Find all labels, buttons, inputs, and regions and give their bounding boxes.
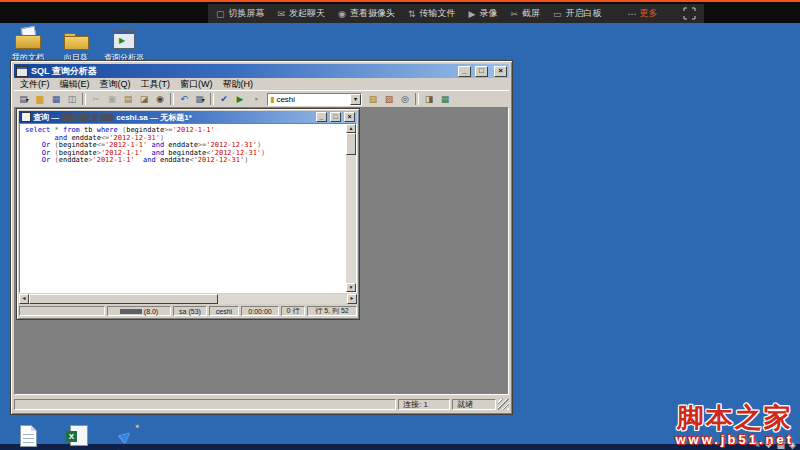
menu-bar: 文件(F) 编辑(E) 查询(Q) 工具(T) 窗口(W) 帮助(H): [14, 78, 509, 90]
query-maximize-button[interactable]: □: [330, 112, 341, 122]
toolbar-button-icon[interactable]: ▧: [365, 92, 381, 106]
database-combobox[interactable]: ▮ ceshi ▾: [267, 93, 362, 106]
menu-item[interactable]: 工具(T): [136, 78, 176, 91]
remote-toolbar-button[interactable]: ✂ 截屏: [510, 7, 540, 20]
desktop-icon[interactable]: 查询分析器: [102, 27, 146, 62]
toolbar-button-icon[interactable]: ▆: [32, 92, 48, 106]
scroll-up-icon[interactable]: ▲: [346, 124, 356, 133]
menu-item[interactable]: 编辑(E): [55, 78, 95, 91]
vertical-scrollbar[interactable]: ▲ ▼: [346, 124, 356, 292]
toolbar-button-icon[interactable]: ▦▾: [192, 92, 208, 106]
database-combobox-value: ceshi: [276, 95, 350, 104]
toolbar-button-icon[interactable]: ▦: [437, 92, 453, 106]
watermark-title: 脚本之家: [675, 404, 794, 432]
remote-toolbar-label: 开启白板: [565, 7, 601, 20]
scroll-left-icon[interactable]: ◄: [19, 294, 29, 304]
menu-item[interactable]: 查询(Q): [95, 78, 136, 91]
status-segment: 连接: 1: [398, 399, 450, 410]
fullscreen-button[interactable]: [683, 7, 696, 20]
file-transfer-icon: ⇅: [408, 9, 416, 19]
query-window-titlebar[interactable]: 查询 — ceshi.sa — 无标题1* _ □ ×: [19, 111, 357, 123]
query-close-button[interactable]: ×: [344, 112, 355, 122]
desktop-icons-top: 我的文档 向日葵 查询分析器: [6, 27, 146, 62]
query-minimize-button[interactable]: _: [316, 112, 327, 122]
more-button[interactable]: ⋯ 更多: [627, 7, 657, 20]
remote-toolbar-label: 切换屏幕: [229, 7, 265, 20]
camera-icon: ◉: [338, 9, 346, 19]
folder-icon: [61, 27, 91, 51]
status-segment: 0 行: [281, 306, 305, 316]
status-segment: 就绪: [452, 399, 496, 410]
remote-toolbar-label: 传输文件: [419, 7, 455, 20]
remote-toolbar-button[interactable]: ▶ 录像: [468, 7, 497, 20]
remote-toolbar-button[interactable]: ▢ 切换屏幕: [216, 7, 265, 20]
toolbar-button-icon[interactable]: ▦: [48, 92, 64, 106]
menu-item[interactable]: 文件(F): [15, 78, 55, 91]
query-document-icon: [21, 112, 31, 122]
xls-file-icon: [13, 423, 43, 447]
toolbar-button-icon[interactable]: ▤: [120, 92, 136, 106]
toolbar-button-icon[interactable]: ▪: [248, 92, 264, 106]
remote-toolbar-button[interactable]: ◉ 查看摄像头: [338, 7, 395, 20]
status-segment: (8.0): [107, 306, 171, 316]
toolbar-button-icon[interactable]: ◪: [136, 92, 152, 106]
toolbar: ▤▾ ▆ ▦ ◫ ✂ ▣ ▤: [14, 90, 509, 107]
combobox-dropdown-icon[interactable]: ▾: [350, 94, 361, 105]
menu-item[interactable]: 窗口(W): [175, 78, 218, 91]
status-segment: 行 5, 列 52: [307, 306, 357, 316]
remote-toolbar-button[interactable]: ✉ 发起聊天: [278, 7, 326, 20]
toolbar-separator: [82, 93, 86, 105]
my-documents-icon: [13, 27, 43, 51]
desktop-icon[interactable]: 向日葵: [54, 27, 98, 62]
toolbar-button-icon[interactable]: ◎: [397, 92, 413, 106]
remote-toolbar-label: 录像: [479, 7, 497, 20]
remote-toolbar-label: 截屏: [522, 7, 540, 20]
close-button[interactable]: ×: [494, 66, 507, 77]
excel-icon: [63, 423, 93, 447]
maximize-button[interactable]: □: [475, 66, 488, 77]
query-analyzer-icon: [109, 27, 139, 51]
horizontal-scroll-thumb[interactable]: [29, 294, 218, 304]
toolbar-separator: [170, 93, 174, 105]
dropdown-arrow-icon: ▾: [26, 96, 29, 103]
toolbar-button-icon[interactable]: ▤▾: [16, 92, 32, 106]
resize-grip[interactable]: [498, 399, 509, 410]
toolbar-button-icon[interactable]: ◨: [421, 92, 437, 106]
toolbar-button-icon[interactable]: ✔: [216, 92, 232, 106]
mdi-client-area: 查询 — ceshi.sa — 无标题1* _ □ × select * fro…: [14, 107, 509, 395]
query-window-title: 查询 — ceshi.sa — 无标题1*: [33, 112, 313, 123]
query-status-segments: (8.0) sa (53) ceshi: [107, 306, 357, 316]
vertical-scroll-thumb[interactable]: [346, 133, 356, 155]
sql-code[interactable]: select * from tb where (begindate>='2012…: [20, 124, 346, 292]
toolbar-button-icon[interactable]: ↶: [176, 92, 192, 106]
database-icon: ▮: [270, 95, 274, 104]
window-titlebar[interactable]: SQL 查询分析器 _ □ ×: [14, 64, 509, 78]
scroll-right-icon[interactable]: ►: [347, 294, 357, 304]
watermark-url: www.jb51.net: [675, 432, 794, 447]
remote-toolbar-button[interactable]: ⇅ 传输文件: [408, 7, 456, 20]
desktop-icons-bottom: saList2.xls Excel 迅雷7: [6, 423, 150, 450]
minimize-button[interactable]: _: [458, 66, 471, 77]
toolbar-button-icon[interactable]: ▣: [104, 92, 120, 106]
desktop-icon[interactable]: Excel: [56, 423, 100, 450]
desktop-icon[interactable]: 迅雷7: [106, 423, 150, 450]
remote-toolbar-button[interactable]: ▭ 开启白板: [553, 7, 602, 20]
toolbar-button-icon[interactable]: ▨: [381, 92, 397, 106]
menu-item[interactable]: 帮助(H): [218, 78, 259, 91]
toolbar-button-icon[interactable]: ▶: [232, 92, 248, 106]
redacted-server-address: [120, 309, 142, 314]
toolbar-button-icon[interactable]: ◉: [152, 92, 168, 106]
remote-toolbar-panel: ▢ 切换屏幕 ✉ 发起聊天 ◉ 查看摄像头 ⇅ 传输文件: [208, 4, 704, 23]
main-status-segments: 连接: 1 就绪: [398, 399, 496, 410]
ellipsis-icon: ⋯: [627, 9, 636, 19]
toolbar-button-icon[interactable]: ✂: [88, 92, 104, 106]
horizontal-scrollbar[interactable]: ◄ ►: [19, 294, 357, 304]
remote-control-bar: ▢ 切换屏幕 ✉ 发起聊天 ◉ 查看摄像头 ⇅ 传输文件: [0, 0, 800, 23]
desktop-icon[interactable]: saList2.xls: [6, 423, 50, 450]
scroll-down-icon[interactable]: ▼: [346, 283, 356, 292]
record-icon: ▶: [468, 9, 475, 19]
toolbar-button-icon[interactable]: ◫: [64, 92, 80, 106]
toolbar-separator: [415, 93, 419, 105]
desktop-icon[interactable]: 我的文档: [6, 27, 50, 62]
chat-icon: ✉: [278, 9, 286, 19]
